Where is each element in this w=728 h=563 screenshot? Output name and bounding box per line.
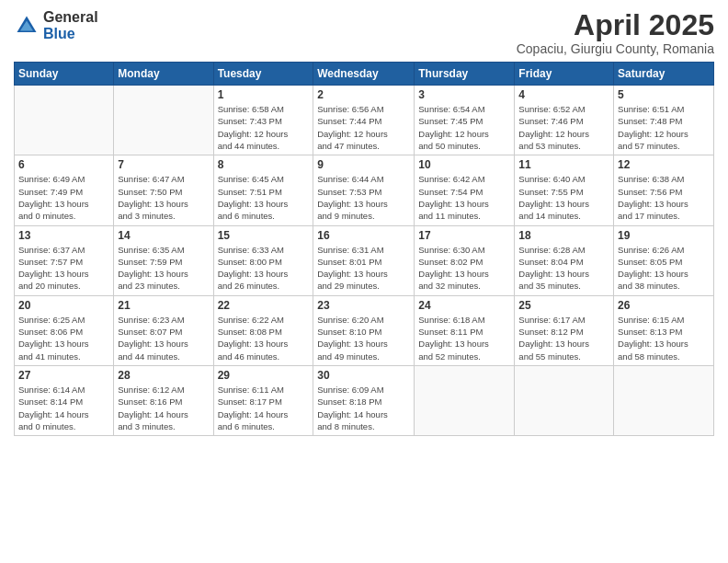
table-row [114,86,213,155]
table-row: 23Sunrise: 6:20 AMSunset: 8:10 PMDayligh… [313,295,415,365]
day-info: Sunrise: 6:12 AMSunset: 8:16 PMDaylight:… [118,384,209,432]
table-row: 26Sunrise: 6:15 AMSunset: 8:13 PMDayligh… [614,295,714,365]
col-thursday: Thursday [415,63,515,86]
table-row [515,365,614,435]
day-info: Sunrise: 6:45 AMSunset: 7:51 PMDaylight:… [218,173,310,222]
day-number: 12 [618,158,710,171]
day-number: 26 [618,299,710,312]
day-info: Sunrise: 6:54 AMSunset: 7:45 PMDaylight:… [418,103,510,152]
table-row: 11Sunrise: 6:40 AMSunset: 7:55 PMDayligh… [515,155,614,225]
table-row: 8Sunrise: 6:45 AMSunset: 7:51 PMDaylight… [213,155,313,225]
day-number: 8 [218,158,310,171]
day-number: 10 [418,158,510,171]
calendar-week-2: 6Sunrise: 6:49 AMSunset: 7:49 PMDaylight… [15,155,714,225]
day-number: 2 [317,88,410,101]
col-sunday: Sunday [15,63,114,86]
calendar-week-4: 20Sunrise: 6:25 AMSunset: 8:06 PMDayligh… [15,295,714,365]
col-friday: Friday [515,63,614,86]
day-number: 27 [18,369,109,382]
day-number: 6 [18,158,109,171]
day-info: Sunrise: 6:52 AMSunset: 7:46 PMDaylight:… [518,103,609,152]
col-saturday: Saturday [614,63,714,86]
logo: General Blue [14,9,98,41]
day-info: Sunrise: 6:28 AMSunset: 8:04 PMDaylight:… [518,244,609,293]
col-tuesday: Tuesday [213,63,313,86]
day-info: Sunrise: 6:42 AMSunset: 7:54 PMDaylight:… [418,173,510,222]
table-row: 9Sunrise: 6:44 AMSunset: 7:53 PMDaylight… [313,155,415,225]
day-number: 22 [218,299,310,312]
col-monday: Monday [114,63,213,86]
calendar-title: April 2025 [517,9,714,41]
day-info: Sunrise: 6:18 AMSunset: 8:11 PMDaylight:… [418,314,510,362]
day-info: Sunrise: 6:11 AMSunset: 8:17 PMDaylight:… [218,384,310,432]
day-info: Sunrise: 6:26 AMSunset: 8:05 PMDaylight:… [618,244,710,293]
day-number: 3 [418,88,510,101]
day-number: 19 [618,229,710,242]
table-row: 10Sunrise: 6:42 AMSunset: 7:54 PMDayligh… [415,155,515,225]
day-info: Sunrise: 6:09 AMSunset: 8:18 PMDaylight:… [317,384,410,432]
day-number: 11 [518,158,609,171]
calendar-header-row: Sunday Monday Tuesday Wednesday Thursday… [15,63,714,86]
logo-text: General Blue [43,9,98,41]
table-row: 13Sunrise: 6:37 AMSunset: 7:57 PMDayligh… [15,225,114,295]
day-number: 20 [18,299,109,312]
day-number: 16 [317,229,410,242]
table-row: 21Sunrise: 6:23 AMSunset: 8:07 PMDayligh… [114,295,213,365]
day-info: Sunrise: 6:37 AMSunset: 7:57 PMDaylight:… [18,244,109,293]
day-number: 13 [18,229,109,242]
day-number: 24 [418,299,510,312]
title-section: April 2025 Copaciu, Giurgiu County, Roma… [517,9,714,56]
table-row: 17Sunrise: 6:30 AMSunset: 8:02 PMDayligh… [415,225,515,295]
day-info: Sunrise: 6:38 AMSunset: 7:56 PMDaylight:… [618,173,710,222]
day-info: Sunrise: 6:22 AMSunset: 8:08 PMDaylight:… [218,314,310,362]
table-row: 25Sunrise: 6:17 AMSunset: 8:12 PMDayligh… [515,295,614,365]
day-info: Sunrise: 6:40 AMSunset: 7:55 PMDaylight:… [518,173,609,222]
table-row: 14Sunrise: 6:35 AMSunset: 7:59 PMDayligh… [114,225,213,295]
table-row: 19Sunrise: 6:26 AMSunset: 8:05 PMDayligh… [614,225,714,295]
day-number: 5 [618,88,710,101]
day-info: Sunrise: 6:25 AMSunset: 8:06 PMDaylight:… [18,314,109,362]
day-number: 25 [518,299,609,312]
calendar-week-5: 27Sunrise: 6:14 AMSunset: 8:14 PMDayligh… [15,365,714,435]
logo-icon [14,13,40,39]
day-info: Sunrise: 6:14 AMSunset: 8:14 PMDaylight:… [18,384,109,432]
table-row: 28Sunrise: 6:12 AMSunset: 8:16 PMDayligh… [114,365,213,435]
day-info: Sunrise: 6:31 AMSunset: 8:01 PMDaylight:… [317,244,410,293]
table-row: 30Sunrise: 6:09 AMSunset: 8:18 PMDayligh… [313,365,415,435]
day-info: Sunrise: 6:35 AMSunset: 7:59 PMDaylight:… [118,244,209,293]
table-row: 12Sunrise: 6:38 AMSunset: 7:56 PMDayligh… [614,155,714,225]
day-info: Sunrise: 6:56 AMSunset: 7:44 PMDaylight:… [317,103,410,152]
logo-blue: Blue [43,26,98,42]
table-row: 7Sunrise: 6:47 AMSunset: 7:50 PMDaylight… [114,155,213,225]
table-row: 15Sunrise: 6:33 AMSunset: 8:00 PMDayligh… [213,225,313,295]
table-row: 4Sunrise: 6:52 AMSunset: 7:46 PMDaylight… [515,86,614,155]
day-info: Sunrise: 6:51 AMSunset: 7:48 PMDaylight:… [618,103,710,152]
day-number: 17 [418,229,510,242]
calendar-week-3: 13Sunrise: 6:37 AMSunset: 7:57 PMDayligh… [15,225,714,295]
day-number: 23 [317,299,410,312]
table-row: 27Sunrise: 6:14 AMSunset: 8:14 PMDayligh… [15,365,114,435]
calendar-table: Sunday Monday Tuesday Wednesday Thursday… [14,62,714,436]
header: General Blue April 2025 Copaciu, Giurgiu… [14,9,714,56]
table-row: 2Sunrise: 6:56 AMSunset: 7:44 PMDaylight… [313,86,415,155]
calendar-week-1: 1Sunrise: 6:58 AMSunset: 7:43 PMDaylight… [15,86,714,155]
table-row: 29Sunrise: 6:11 AMSunset: 8:17 PMDayligh… [213,365,313,435]
day-info: Sunrise: 6:47 AMSunset: 7:50 PMDaylight:… [118,173,209,222]
table-row: 3Sunrise: 6:54 AMSunset: 7:45 PMDaylight… [415,86,515,155]
day-number: 7 [118,158,209,171]
day-number: 21 [118,299,209,312]
table-row: 24Sunrise: 6:18 AMSunset: 8:11 PMDayligh… [415,295,515,365]
day-info: Sunrise: 6:30 AMSunset: 8:02 PMDaylight:… [418,244,510,293]
table-row: 16Sunrise: 6:31 AMSunset: 8:01 PMDayligh… [313,225,415,295]
day-info: Sunrise: 6:20 AMSunset: 8:10 PMDaylight:… [317,314,410,362]
table-row: 20Sunrise: 6:25 AMSunset: 8:06 PMDayligh… [15,295,114,365]
page: General Blue April 2025 Copaciu, Giurgiu… [0,0,728,563]
table-row: 5Sunrise: 6:51 AMSunset: 7:48 PMDaylight… [614,86,714,155]
table-row [614,365,714,435]
table-row: 22Sunrise: 6:22 AMSunset: 8:08 PMDayligh… [213,295,313,365]
table-row: 6Sunrise: 6:49 AMSunset: 7:49 PMDaylight… [15,155,114,225]
day-number: 28 [118,369,209,382]
table-row: 1Sunrise: 6:58 AMSunset: 7:43 PMDaylight… [213,86,313,155]
day-number: 9 [317,158,410,171]
day-number: 18 [518,229,609,242]
